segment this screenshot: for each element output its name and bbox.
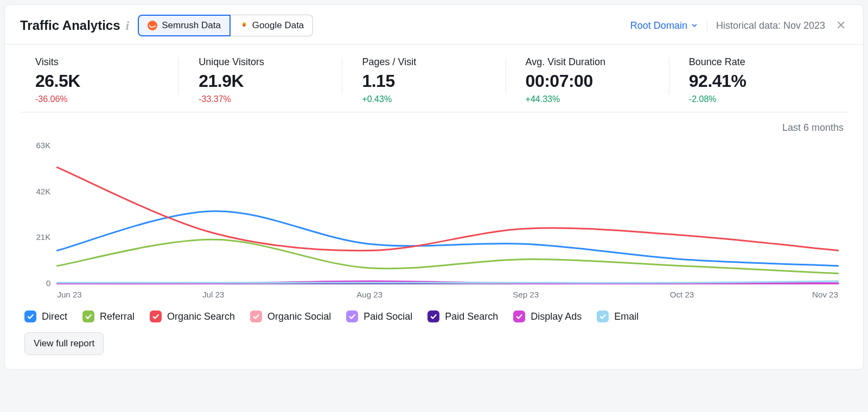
semrush-icon	[148, 21, 157, 30]
chart-legend: DirectReferralOrganic SearchOrganic Soci…	[5, 307, 863, 332]
card-title: Traffic Analytics i	[20, 18, 129, 33]
metric-label: Avg. Visit Duration	[526, 56, 669, 68]
metric-label: Visits	[35, 56, 179, 68]
legend-label: Organic Search	[167, 311, 235, 322]
metric-value: 00:07:00	[526, 71, 669, 91]
svg-text:Oct 23: Oct 23	[670, 290, 694, 299]
legend-checkbox	[346, 310, 358, 322]
legend-label: Paid Social	[363, 311, 412, 322]
metric-delta: +0.43%	[362, 94, 506, 104]
legend-label: Organic Social	[267, 311, 331, 322]
metric-visits[interactable]: Visits26.5K-36.06%	[35, 54, 179, 106]
tab-semrush-label: Semrush Data	[162, 20, 221, 31]
chevron-down-icon	[691, 22, 698, 29]
legend-label: Display Ads	[531, 311, 582, 322]
svg-text:63K: 63K	[36, 141, 50, 150]
svg-text:Aug 23: Aug 23	[356, 290, 382, 299]
title-text: Traffic Analytics	[20, 18, 120, 33]
svg-text:42K: 42K	[36, 187, 50, 196]
metric-value: 92.41%	[689, 71, 833, 91]
traffic-line-chart: 021K42K63KJun 23Jul 23Aug 23Sep 23Oct 23…	[24, 139, 844, 302]
tab-google-data[interactable]: Google Data	[231, 15, 313, 36]
metric-pages-visit[interactable]: Pages / Visit1.15+0.43%	[342, 54, 506, 106]
legend-checkbox	[82, 310, 94, 322]
svg-text:Sep 23: Sep 23	[513, 290, 539, 299]
svg-text:Nov 23: Nov 23	[812, 290, 838, 299]
metric-delta: +44.33%	[526, 94, 669, 104]
scope-label: Root Domain	[630, 20, 687, 31]
chart-area: 021K42K63KJun 23Jul 23Aug 23Sep 23Oct 23…	[5, 134, 863, 307]
series-organic-search	[57, 167, 838, 250]
metric-delta: -33.37%	[199, 94, 342, 104]
data-source-toggle: Semrush Data Google Data	[138, 15, 313, 36]
metric-value: 1.15	[362, 71, 506, 91]
legend-checkbox	[24, 310, 36, 322]
legend-item-email[interactable]: Email	[597, 310, 639, 322]
view-full-report-button[interactable]: View full report	[24, 332, 104, 355]
legend-item-organic-social[interactable]: Organic Social	[250, 310, 331, 322]
tab-semrush-data[interactable]: Semrush Data	[138, 15, 231, 36]
card-footer: View full report	[5, 332, 863, 369]
legend-item-display-ads[interactable]: Display Ads	[513, 310, 582, 322]
info-icon[interactable]: i	[126, 18, 130, 33]
metric-delta: -36.06%	[35, 94, 179, 104]
metric-bounce-rate[interactable]: Bounce Rate92.41%-2.08%	[669, 54, 833, 106]
metric-value: 21.9K	[199, 71, 342, 91]
metric-label: Pages / Visit	[362, 56, 506, 68]
google-fire-icon	[239, 21, 248, 30]
legend-item-organic-search[interactable]: Organic Search	[150, 310, 235, 322]
legend-checkbox	[513, 310, 525, 322]
metric-delta: -2.08%	[689, 94, 833, 104]
metric-unique-visitors[interactable]: Unique Visitors21.9K-33.37%	[179, 54, 342, 106]
legend-item-direct[interactable]: Direct	[24, 310, 67, 322]
legend-checkbox	[597, 310, 609, 322]
legend-item-paid-search[interactable]: Paid Search	[427, 310, 498, 322]
legend-label: Paid Search	[445, 311, 498, 322]
legend-label: Email	[614, 311, 639, 322]
metric-value: 26.5K	[35, 71, 179, 91]
svg-text:0: 0	[46, 278, 50, 288]
legend-label: Referral	[100, 311, 135, 322]
metric-avg-visit-duration[interactable]: Avg. Visit Duration00:07:00+44.33%	[506, 54, 669, 106]
card-header: Traffic Analytics i Semrush Data Google …	[5, 5, 863, 45]
traffic-analytics-card: Traffic Analytics i Semrush Data Google …	[4, 4, 864, 370]
svg-text:Jul 23: Jul 23	[202, 290, 224, 299]
legend-item-paid-social[interactable]: Paid Social	[346, 310, 412, 322]
scope-dropdown[interactable]: Root Domain	[630, 20, 698, 31]
svg-text:Jun 23: Jun 23	[57, 290, 81, 299]
svg-text:21K: 21K	[36, 232, 50, 242]
range-row: Last 6 months	[5, 112, 863, 134]
metric-label: Unique Visitors	[199, 56, 342, 68]
historical-data-label: Historical data: Nov 2023	[716, 20, 825, 31]
legend-item-referral[interactable]: Referral	[82, 310, 135, 322]
metrics-row: Visits26.5K-36.06%Unique Visitors21.9K-3…	[20, 45, 848, 112]
legend-checkbox	[250, 310, 262, 322]
tab-google-label: Google Data	[252, 20, 304, 31]
divider	[707, 19, 707, 32]
legend-checkbox	[427, 310, 439, 322]
close-button[interactable]: ✕	[834, 20, 848, 31]
metric-label: Bounce Rate	[689, 56, 833, 68]
legend-label: Direct	[42, 311, 67, 322]
range-label: Last 6 months	[782, 122, 844, 134]
legend-checkbox	[150, 310, 162, 322]
